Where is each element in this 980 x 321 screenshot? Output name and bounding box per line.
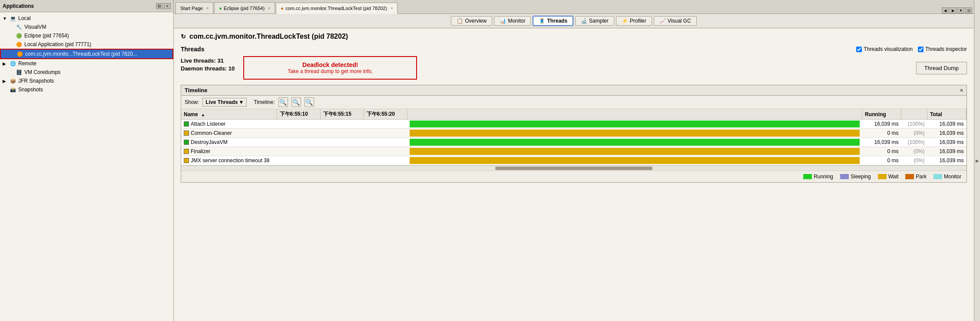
zoom-fit-btn[interactable]: 🔍 — [305, 97, 314, 107]
tab-startpage[interactable]: Start Page × — [175, 2, 213, 13]
show-value: Live Threads — [205, 99, 238, 105]
zoom-out-btn[interactable]: 🔍 — [291, 97, 301, 107]
sidebar-item-eclipse[interactable]: 🟢 Eclipse (pid 77654) — [0, 31, 173, 40]
tab-eclipse[interactable]: ● Eclipse (pid 77654) × — [214, 2, 275, 13]
localapp-icon: 🟠 — [16, 41, 23, 48]
threads-visualization-checkbox[interactable] — [856, 47, 862, 52]
table-row: Attach Listener 16,039 ms (100%) 16,039 … — [181, 120, 967, 129]
nav-tab-sampler[interactable]: 🔬 Sampler — [575, 16, 614, 26]
win-controls: ◀ ▶ ▼ ⊡ — [942, 7, 972, 13]
sidebar-close-btn[interactable]: × — [164, 3, 171, 9]
thread-time1-1 — [277, 129, 320, 138]
thread-name-cell-4: JMX server connection timeout 38 — [181, 156, 277, 165]
nav-tab-visualgc[interactable]: 📈 Visual GC — [654, 16, 697, 26]
expand-remote[interactable]: ▶ — [3, 61, 8, 66]
nav-tab-monitor-label: Monitor — [508, 18, 525, 24]
sidebar-item-remote[interactable]: ▶ 🌐 Remote — [0, 59, 173, 68]
zoom-in-btn[interactable]: 🔍 — [278, 97, 288, 107]
sidebar-restore-btn[interactable]: ⊟ — [156, 3, 163, 9]
app-container: Applications ⊟ × ▼ 💻 Local 🔧 VisualVM — [0, 0, 980, 321]
sidebar-item-localapp[interactable]: 🟠 Local Application (pid 77771) — [0, 40, 173, 49]
sidebar-item-threadlocktest[interactable]: 🟠 com.cc.jvm.monito...ThreadLockTest (pi… — [0, 49, 173, 59]
timeline-label: Timeline: — [254, 99, 275, 105]
nav-tab-threads[interactable]: 🧵 Threads — [533, 16, 573, 26]
thread-table: Name ▲ 下午6:55:10 下午6:55:15 — [181, 109, 967, 165]
thread-time3-1 — [364, 129, 407, 138]
threadlocktest-icon: 🟠 — [17, 50, 23, 57]
table-row: JMX server connection timeout 38 0 ms (0… — [181, 156, 967, 165]
win-max-btn[interactable]: ⊡ — [965, 7, 972, 13]
thread-bar-container-1 — [410, 130, 860, 137]
live-threads-value: 31 — [218, 57, 224, 64]
thread-time2-2 — [320, 138, 364, 147]
tab-threadlocktest[interactable]: ● com.cc.jvm.monitor.ThreadLockTest (pid… — [276, 3, 397, 14]
sidebar-item-snapshots[interactable]: 📸 Snapshots — [0, 85, 173, 94]
thread-bar-fill-0 — [410, 120, 860, 127]
thread-dump-button[interactable]: Thread Dump — [916, 62, 967, 74]
thread-name-3: Finalizer — [191, 148, 210, 154]
panel-title: ↻ com.cc.jvm.monitor.ThreadLockTest (pid… — [181, 33, 967, 40]
legend-sleeping: Sleeping — [840, 174, 871, 180]
nav-tab-profiler-label: Profiler — [630, 18, 646, 24]
tab-eclipse-close[interactable]: × — [268, 6, 270, 10]
tab-startpage-close[interactable]: × — [206, 6, 209, 10]
win-right-btn[interactable]: ▶ — [950, 7, 957, 13]
thread-total-1: 16,039 ms — [927, 129, 967, 138]
nav-tab-monitor[interactable]: 📊 Monitor — [494, 16, 531, 26]
sidebar-item-vmcoredumps[interactable]: 🗄️ VM Coredumps — [0, 68, 173, 77]
eclipse-tab-icon: ● — [219, 6, 222, 11]
scrollbar-thumb[interactable] — [495, 167, 652, 170]
sampler-icon: 🔬 — [581, 18, 587, 24]
sidebar-item-visualvm[interactable]: 🔧 VisualVM — [0, 23, 173, 31]
legend-monitor-label: Monitor — [944, 174, 961, 180]
thread-bar-container-2 — [410, 139, 860, 146]
thread-stats: Live threads: 31 Daemon threads: 10 — [181, 57, 235, 73]
sidebar-item-jfrsnapshots[interactable]: ▶ 📦 JFR Snapshots — [0, 77, 173, 85]
sidebar-tree: ▼ 💻 Local 🔧 VisualVM 🟢 Eclipse (pid 7765… — [0, 12, 173, 321]
sidebar-header: Applications ⊟ × — [0, 0, 173, 12]
tab-threadlocktest-label: com.cc.jvm.monitor.ThreadLockTest (pid 7… — [285, 6, 387, 11]
dropdown-arrow-icon: ▼ — [238, 99, 244, 105]
right-panel-handle[interactable]: ▶ — [974, 0, 980, 321]
threads-inspector-label: Threads inspector — [925, 46, 967, 52]
thread-running-1: 0 ms — [862, 129, 901, 138]
timeline-title: Timeline — [185, 87, 960, 94]
thread-bar-container-4 — [410, 157, 860, 164]
thread-running-2: 16,039 ms — [862, 138, 901, 147]
nav-tab-overview[interactable]: 📋 Overview — [451, 16, 492, 26]
stats-deadlock-row: Live threads: 31 Daemon threads: 10 Dead… — [181, 56, 967, 80]
legend-sleeping-label: Sleeping — [851, 174, 871, 180]
sidebar-item-local[interactable]: ▼ 💻 Local — [0, 14, 173, 23]
legend-running-label: Running — [814, 174, 833, 180]
timeline-scrollbar[interactable] — [181, 165, 967, 171]
threads-inspector-checkbox[interactable] — [918, 47, 924, 52]
deadlock-title: Deadlock detected! — [253, 61, 407, 68]
expand-local[interactable]: ▼ — [3, 16, 8, 21]
legend-wait: Wait — [878, 174, 899, 180]
daemon-threads-value: 10 — [228, 65, 235, 72]
expand-jfrsnapshots[interactable]: ▶ — [3, 79, 8, 84]
win-left-btn[interactable]: ◀ — [942, 7, 949, 13]
timeline-close-btn[interactable]: × — [960, 87, 963, 94]
deadlock-box: Deadlock detected! Take a thread dump to… — [243, 56, 417, 80]
panel-title-text: com.cc.jvm.monitor.ThreadLockTest (pid 7… — [189, 33, 348, 40]
win-menu-btn[interactable]: ▼ — [957, 7, 964, 13]
nav-tab-visualgc-label: Visual GC — [668, 18, 691, 24]
col-header-running: Running — [862, 109, 901, 120]
tab-threadlocktest-close[interactable]: × — [391, 6, 393, 10]
thread-bar-1 — [407, 129, 862, 138]
tab-startpage-label: Start Page — [180, 6, 203, 11]
refresh-icon[interactable]: ↻ — [181, 33, 186, 40]
col-header-name[interactable]: Name ▲ — [181, 109, 277, 120]
table-header-row: Name ▲ 下午6:55:10 下午6:55:15 — [181, 109, 967, 120]
thread-bar-4 — [407, 156, 862, 165]
show-dropdown[interactable]: Live Threads ▼ — [202, 98, 247, 107]
thread-time2-0 — [320, 120, 364, 129]
nav-tab-profiler[interactable]: ⚡ Profiler — [616, 16, 652, 26]
thread-status-icon-0 — [184, 121, 189, 127]
thread-bar-3 — [407, 147, 862, 156]
legend-running: Running — [803, 174, 833, 180]
table-row: Common-Cleaner 0 ms (0%) 16,039 ms — [181, 129, 967, 138]
col-header-time2: 下午6:55:15 — [320, 109, 364, 120]
jfrsnapshots-label: JFR Snapshots — [18, 78, 54, 84]
